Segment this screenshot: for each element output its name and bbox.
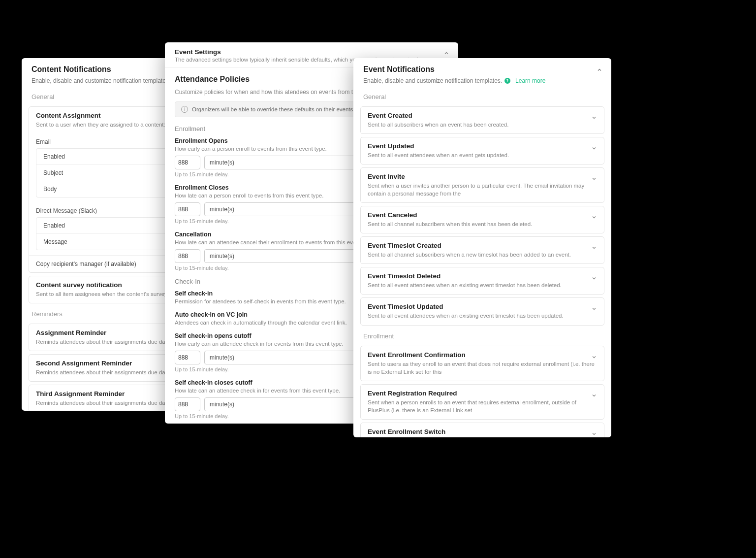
panel-subtitle: Enable, disable and customize notificati…: [363, 77, 502, 84]
es-title: Event Settings: [175, 48, 448, 56]
card-title: Event Updated: [368, 142, 597, 150]
chevron-down-icon: [591, 175, 597, 184]
card-desc: Sent when a user invites another person …: [368, 182, 597, 197]
notification-card[interactable]: Event CanceledSent to all channel subscr…: [360, 206, 604, 233]
notification-card[interactable]: Event Timeslot DeletedSent to all event …: [360, 267, 604, 295]
chevron-down-icon: [591, 244, 597, 253]
number-input[interactable]: [175, 156, 200, 169]
panel-subtitle: Enable, disable and customize notificati…: [32, 77, 170, 84]
number-input[interactable]: [175, 397, 200, 411]
card-desc: Sent to all event attendees when an exis…: [368, 281, 597, 289]
card-desc: Sent to users as they enroll to an event…: [368, 360, 597, 376]
chevron-down-icon: [591, 213, 597, 222]
card-title: Event Created: [368, 112, 597, 119]
number-input[interactable]: [175, 249, 200, 263]
card-desc: Sent to all event attendees when an exis…: [368, 312, 597, 320]
card-title: Event Registration Required: [368, 390, 597, 397]
card-title: Event Canceled: [368, 211, 597, 219]
chevron-down-icon: [591, 305, 597, 314]
chevron-up-icon[interactable]: [443, 49, 449, 58]
card-title: Event Timeslot Created: [368, 242, 597, 249]
card-title: Event Enrollment Switch: [368, 428, 597, 435]
number-input[interactable]: [175, 202, 200, 216]
chevron-down-icon: [591, 392, 597, 400]
event-notifications-panel: Event Notifications Enable, disable and …: [353, 58, 611, 437]
panel-subtitle-row: Enable, disable and customize notificati…: [363, 76, 601, 85]
card-desc: Sent to all event attendees when an even…: [368, 151, 597, 159]
notification-card[interactable]: Event Timeslot CreatedSent to all channe…: [360, 236, 604, 264]
card-title: Event Invite: [368, 173, 597, 180]
chevron-down-icon: [591, 430, 597, 437]
notification-card[interactable]: Event Registration RequiredSent when a p…: [360, 384, 604, 420]
info-icon: ?: [504, 78, 510, 84]
section-enrollment-label: Enrollment: [353, 328, 611, 343]
chevron-up-icon[interactable]: [597, 66, 602, 75]
panel-title: Event Notifications: [363, 65, 601, 74]
chevron-down-icon: [591, 114, 597, 123]
info-icon: i: [181, 106, 188, 113]
info-text: Organizers will be able to override thes…: [192, 106, 370, 112]
notification-card[interactable]: Event Timeslot UpdatedSent to all event …: [360, 297, 604, 325]
notification-card[interactable]: Event InviteSent when a user invites ano…: [360, 167, 604, 203]
card-title: Event Enrollment Confirmation: [368, 351, 597, 359]
notification-card[interactable]: Event Enrollment SwitchSent when attende…: [360, 423, 604, 437]
card-desc: Sent to all channel subscribers when thi…: [368, 220, 597, 228]
notification-card[interactable]: Event CreatedSent to all subscribers whe…: [360, 106, 604, 134]
section-general-label: General: [353, 89, 611, 103]
chevron-down-icon: [591, 353, 597, 362]
chevron-down-icon: [591, 274, 597, 283]
notification-card[interactable]: Event Enrollment ConfirmationSent to use…: [360, 346, 604, 381]
panel-header: Event Notifications Enable, disable and …: [353, 58, 611, 89]
notification-card[interactable]: Event UpdatedSent to all event attendees…: [360, 137, 604, 164]
card-desc: Sent when a person enrolls to an event t…: [368, 398, 597, 414]
number-input[interactable]: [175, 351, 200, 364]
card-desc: Sent when attendees' attendance methods …: [368, 437, 597, 437]
card-desc: Sent to all subscribers when an event ha…: [368, 121, 597, 129]
card-title: Event Timeslot Deleted: [368, 272, 597, 280]
card-desc: Sent to all channel subscribers when a n…: [368, 251, 597, 259]
learn-more-link[interactable]: Learn more: [515, 77, 545, 84]
card-title: Event Timeslot Updated: [368, 303, 597, 310]
chevron-down-icon: [591, 144, 597, 153]
